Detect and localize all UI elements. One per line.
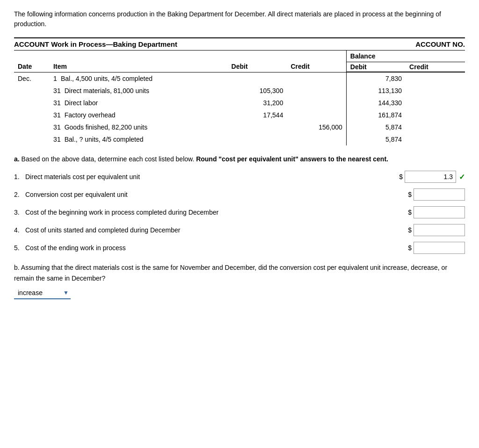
cell-date	[14, 85, 50, 97]
col-header-debit: Debit	[228, 51, 287, 72]
cell-bal-debit: 144,330	[346, 97, 406, 109]
dollar-sign: $	[408, 209, 412, 216]
check-icon: ✓	[459, 173, 465, 181]
cell-item: 31Factory overhead	[50, 109, 228, 121]
account-title: ACCOUNT Work in Process—Baking Departmen…	[14, 40, 177, 48]
question-row: 4. Cost of units started and completed d…	[14, 224, 465, 236]
cell-date	[14, 97, 50, 109]
account-title-row: ACCOUNT Work in Process—Baking Departmen…	[14, 37, 465, 51]
cell-bal-credit	[406, 72, 465, 85]
question-text: Direct materials cost per equivalent uni…	[25, 173, 399, 181]
cell-bal-debit: 161,874	[346, 109, 406, 121]
dollar-sign: $	[408, 226, 412, 234]
section-b-label: b.	[14, 264, 20, 271]
col-header-bal-credit: Credit	[406, 62, 465, 72]
cell-item: 31Bal., ? units, 4/5 completed	[50, 133, 228, 145]
cell-date	[14, 133, 50, 145]
dollar-sign: $	[399, 173, 403, 181]
section-a-instruction: Based on the above data, determine each …	[22, 155, 195, 163]
intro-text: The following information concerns produ…	[14, 9, 465, 29]
dropdown-wrapper[interactable]: increasedecreaseremain the same ▼	[14, 287, 71, 299]
dollar-sign: $	[408, 244, 412, 252]
dropdown-row: increasedecreaseremain the same ▼	[14, 287, 465, 299]
cell-bal-debit: 5,874	[346, 133, 406, 145]
table-row: 31Factory overhead 17,544 161,874	[14, 109, 465, 121]
cell-credit: 156,000	[287, 121, 346, 133]
cell-date	[14, 121, 50, 133]
question-row: 5. Cost of the ending work in process $	[14, 242, 465, 254]
answer-input-3[interactable]	[414, 206, 465, 218]
section-b: b. Assuming that the direct materials co…	[14, 262, 465, 299]
cell-credit	[287, 72, 346, 85]
cell-credit	[287, 133, 346, 145]
cell-bal-credit	[406, 133, 465, 145]
table-row: 31Bal., ? units, 4/5 completed 5,874	[14, 133, 465, 145]
question-number: 5.	[14, 244, 25, 252]
table-row: 31Direct materials, 81,000 units 105,300…	[14, 85, 465, 97]
cell-debit	[228, 133, 287, 145]
question-text: Cost of the beginning work in process co…	[25, 209, 408, 216]
questions-list: 1. Direct materials cost per equivalent …	[14, 171, 465, 254]
answer-input-4[interactable]	[414, 224, 465, 236]
dollar-sign: $	[408, 191, 412, 198]
cell-bal-debit: 7,830	[346, 72, 406, 85]
ledger-table: Date Item Debit Credit Balance Debit Cre…	[14, 51, 465, 145]
question-row: 1. Direct materials cost per equivalent …	[14, 171, 465, 183]
cell-date: Dec.	[14, 72, 50, 85]
col-header-credit: Credit	[287, 51, 346, 72]
cell-credit	[287, 109, 346, 121]
cell-bal-debit: 5,874	[346, 121, 406, 133]
cell-debit	[228, 72, 287, 85]
answer-input-5[interactable]	[414, 242, 465, 254]
account-table-wrapper: ACCOUNT Work in Process—Baking Departmen…	[14, 37, 465, 145]
cell-debit: 31,200	[228, 97, 287, 109]
table-row: Dec. 1Bal., 4,500 units, 4/5 completed 7…	[14, 72, 465, 85]
cell-credit	[287, 97, 346, 109]
cell-date	[14, 109, 50, 121]
section-a-label: a.	[14, 155, 20, 163]
cell-item: 1Bal., 4,500 units, 4/5 completed	[50, 72, 228, 85]
cell-bal-credit	[406, 85, 465, 97]
cell-item: 31Direct labor	[50, 97, 228, 109]
table-row: 31Goods finished, 82,200 units 156,000 5…	[14, 121, 465, 133]
col-header-bal-debit: Debit	[346, 62, 406, 72]
answer-input-1[interactable]	[405, 171, 456, 183]
question-number: 4.	[14, 226, 25, 234]
account-no-label: ACCOUNT NO.	[415, 40, 465, 48]
question-number: 3.	[14, 209, 25, 216]
answer-input-2[interactable]	[414, 188, 465, 201]
question-text: Cost of the ending work in process	[25, 244, 408, 252]
question-number: 2.	[14, 191, 25, 198]
col-header-date: Date	[14, 51, 50, 72]
col-header-balance: Balance	[346, 51, 465, 62]
cell-debit: 105,300	[228, 85, 287, 97]
section-b-dropdown[interactable]: increasedecreaseremain the same	[14, 287, 71, 299]
section-b-text: Assuming that the direct materials cost …	[14, 264, 447, 282]
question-number: 1.	[14, 173, 25, 181]
section-a-bold: Round "cost per equivalent unit" answers…	[196, 155, 388, 163]
cell-debit	[228, 121, 287, 133]
col-header-item: Item	[50, 51, 228, 72]
question-text: Conversion cost per equivalent unit	[25, 191, 408, 198]
cell-bal-credit	[406, 109, 465, 121]
question-text: Cost of units started and completed duri…	[25, 226, 408, 234]
section-a: a. Based on the above data, determine ea…	[14, 154, 465, 164]
cell-bal-debit: 113,130	[346, 85, 406, 97]
cell-credit	[287, 85, 346, 97]
cell-bal-credit	[406, 121, 465, 133]
question-row: 2. Conversion cost per equivalent unit $	[14, 188, 465, 201]
cell-debit: 17,544	[228, 109, 287, 121]
cell-item: 31Goods finished, 82,200 units	[50, 121, 228, 133]
cell-bal-credit	[406, 97, 465, 109]
question-row: 3. Cost of the beginning work in process…	[14, 206, 465, 218]
table-row: 31Direct labor 31,200 144,330	[14, 97, 465, 109]
cell-item: 31Direct materials, 81,000 units	[50, 85, 228, 97]
